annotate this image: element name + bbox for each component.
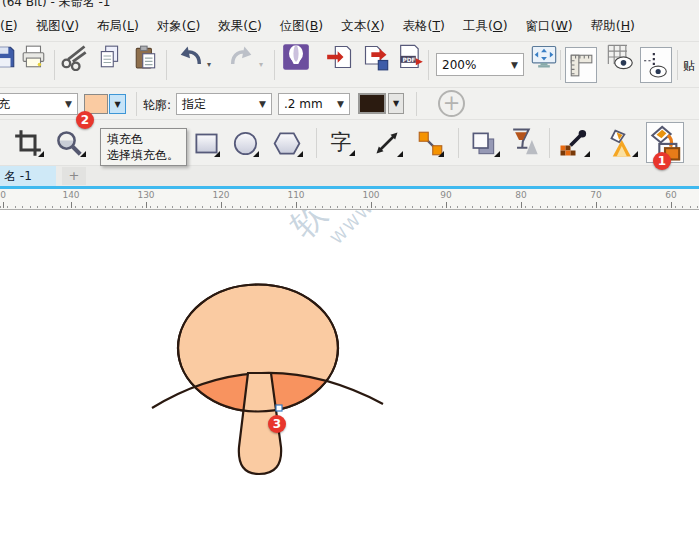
chevron-down-icon[interactable]: ▼ (259, 99, 266, 109)
menu-bar: 编辑(E)视图(V)布局(L)对象(C)效果(C)位图(B)文本(X)表格(T)… (0, 10, 699, 42)
zoom-level-value: 200% (442, 58, 476, 72)
tooltip-title: 填充色 (107, 131, 180, 147)
ruler-major-tick (671, 202, 672, 208)
toolbar-separator (560, 50, 561, 80)
save-icon[interactable] (0, 42, 18, 72)
paste-icon[interactable] (132, 42, 160, 72)
dimension-tool-icon[interactable] (371, 128, 403, 158)
menu-item-effects[interactable]: 效果(C) (209, 10, 271, 42)
menu-item-layout[interactable]: 布局(L) (88, 10, 148, 42)
menu-item-object[interactable]: 对象(C) (148, 10, 210, 42)
full-screen-preview-icon[interactable] (530, 42, 558, 72)
menu-item-bitmaps[interactable]: 位图(B) (271, 10, 332, 42)
redo-icon[interactable] (228, 42, 256, 72)
ruler-number: 130 (137, 190, 154, 200)
menu-item-edit[interactable]: 编辑(E) (0, 10, 27, 42)
import-icon[interactable] (326, 42, 354, 72)
chevron-down-icon[interactable]: ▼ (337, 99, 344, 109)
ruler-number: 140 (62, 190, 79, 200)
fill-color-dropdown[interactable]: ▼ (109, 94, 126, 114)
chevron-down-icon[interactable]: ▼ (511, 60, 518, 70)
print-icon[interactable] (20, 42, 48, 72)
ruler-major-tick (296, 202, 297, 208)
ruler-number: 100 (362, 190, 379, 200)
menu-item-tools[interactable]: 工具(O) (454, 10, 517, 42)
corel-launcher-icon[interactable] (282, 42, 310, 72)
undo-dropdown-icon[interactable]: ▾ (207, 60, 211, 69)
toolbar-separator (316, 128, 317, 158)
outline-color-dropdown[interactable]: ▼ (388, 93, 404, 114)
ruler-number: 80 (515, 190, 526, 200)
tooltip: 填充色 选择填充色。 (100, 128, 187, 166)
menu-item-table[interactable]: 表格(T) (394, 10, 454, 42)
ruler-number: 110 (287, 190, 304, 200)
undo-icon[interactable] (176, 42, 204, 72)
watermark-text: 软件自学网 (263, 210, 479, 266)
menu-item-window[interactable]: 窗口(W) (517, 10, 582, 42)
zoom-tool-icon[interactable] (52, 128, 86, 158)
ruler-major-tick (71, 202, 72, 208)
outline-width-value: .2 mm (284, 97, 323, 111)
toolbar-separator (549, 128, 550, 158)
ruler-number: 70 (590, 190, 601, 200)
ruler-major-tick (446, 202, 447, 208)
chevron-down-icon[interactable]: ▼ (65, 99, 72, 109)
window-title: (64 Bit) - 未命名 -1 (2, 0, 699, 10)
svg-text:PDF: PDF (402, 57, 415, 63)
transparency-tool-icon[interactable] (506, 127, 540, 157)
ruler-number: 0 (0, 190, 6, 200)
ellipse-tool-icon[interactable] (231, 128, 259, 158)
text-tool-icon[interactable]: 字 (327, 127, 355, 157)
show-grid-icon[interactable] (604, 42, 636, 72)
ruler-major-tick (596, 202, 597, 208)
rectangle-tool-icon[interactable] (192, 128, 220, 158)
selection-node-handle[interactable] (276, 405, 282, 411)
color-eyedropper-tool-icon[interactable] (556, 128, 590, 158)
outline-style-value: 指定 (182, 96, 206, 113)
toolbar-separator (166, 50, 167, 80)
document-tab[interactable]: 名 -1 (0, 166, 56, 186)
tooltip-description: 选择填充色。 (107, 147, 180, 163)
new-document-tab-button[interactable]: + (62, 167, 86, 185)
smart-fill-tool-icon[interactable] (602, 128, 638, 158)
show-rulers-icon[interactable] (565, 47, 597, 83)
ruler-major-tick (146, 202, 147, 208)
watermark-url: WWW.RJZXW.COM (296, 210, 493, 279)
toolbar-separator (428, 50, 429, 80)
toolbar-separator (416, 92, 417, 116)
outline-color-swatch[interactable] (358, 93, 386, 114)
property-bar: 充 ▼ ▼ 轮廓: 指定 ▼ .2 mm ▼ ▼ + (0, 88, 699, 120)
crop-tool-icon[interactable] (12, 128, 44, 158)
ruler-major-tick (3, 202, 4, 208)
cut-icon[interactable] (60, 42, 88, 72)
show-guidelines-icon[interactable] (640, 47, 672, 83)
menu-item-help[interactable]: 帮助(H) (582, 10, 644, 42)
drawing-canvas[interactable]: 软件自学网 WWW.RJZXW.COM 3 (0, 210, 699, 536)
outline-style-combobox[interactable]: 指定 ▼ (176, 93, 272, 115)
ruler-number: 60 (665, 190, 676, 200)
polygon-tool-icon[interactable] (271, 128, 303, 158)
redo-dropdown-icon[interactable]: ▾ (259, 60, 263, 69)
copy-icon[interactable] (96, 42, 124, 72)
menu-item-view[interactable]: 视图(V) (27, 10, 88, 42)
snap-to-label[interactable]: 贴 (683, 58, 695, 75)
zoom-level-combobox[interactable]: 200% ▼ (436, 53, 524, 76)
connector-tool-icon[interactable] (416, 128, 444, 158)
document-tab-bar: 名 -1 + (0, 166, 699, 186)
drop-shadow-tool-icon[interactable] (466, 128, 500, 158)
ruler-number: 120 (212, 190, 229, 200)
export-icon[interactable] (362, 42, 390, 72)
ruler-major-tick (221, 202, 222, 208)
fill-type-fragment: 充 (0, 96, 10, 113)
fill-type-combobox[interactable]: 充 ▼ (0, 93, 78, 115)
add-icon[interactable]: + (438, 90, 465, 117)
step-badge-2: 2 (76, 111, 94, 129)
toolbar-separator (458, 128, 459, 158)
mushroom-drawing[interactable] (130, 270, 400, 485)
publish-pdf-icon[interactable]: PDF (396, 42, 424, 72)
outline-width-combobox[interactable]: .2 mm ▼ (278, 93, 350, 115)
app-window: (64 Bit) - 未命名 -1 编辑(E)视图(V)布局(L)对象(C)效果… (0, 0, 699, 536)
toolbar-separator (274, 50, 275, 80)
watermark: 软件自学网 WWW.RJZXW.COM (263, 210, 493, 279)
menu-item-text[interactable]: 文本(X) (332, 10, 393, 42)
